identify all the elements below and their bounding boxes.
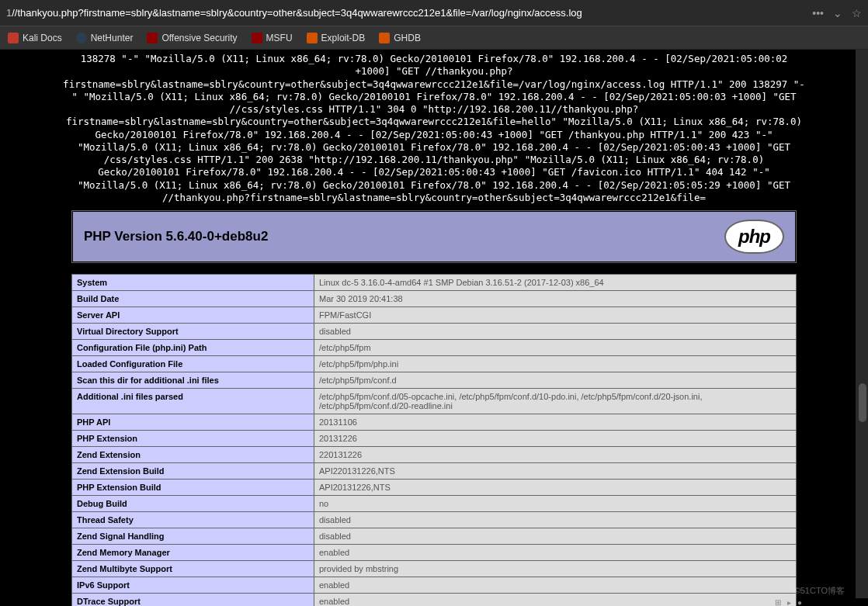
config-value: provided by mbstring: [314, 561, 797, 577]
config-value: disabled: [314, 512, 797, 528]
config-key: PHP Extension: [72, 431, 314, 447]
table-row: PHP Extension BuildAPI20131226,NTS: [72, 480, 797, 496]
table-row: Zend Extension BuildAPI220131226,NTS: [72, 463, 797, 480]
indicator-icon: ▸: [787, 598, 791, 607]
url-input[interactable]: 1//thankyou.php?firstname=sblry&lastname…: [6, 7, 812, 19]
config-key: Zend Memory Manager: [72, 545, 314, 561]
config-key: Build Date: [72, 291, 314, 307]
php-logo: php: [724, 220, 784, 254]
config-key: PHP API: [72, 414, 314, 431]
phpinfo-header-box: PHP Version 5.6.40-0+deb8u2 php: [71, 210, 797, 263]
bookmark-label: Kali Docs: [23, 33, 62, 43]
config-value: /etc/php5/fpm/php.ini: [314, 356, 797, 372]
config-key: Zend Signal Handling: [72, 528, 314, 545]
phpinfo-table: SystemLinux dc-5 3.16.0-4-amd64 #1 SMP D…: [71, 274, 797, 606]
config-value: /etc/php5/fpm/conf.d: [314, 372, 797, 389]
access-log-output: 138278 "-" "Mozilla/5.0 (X11; Linux x86_…: [0, 50, 868, 210]
config-value: API220131226,NTS: [314, 463, 797, 480]
table-row: DTrace Supportenabled: [72, 594, 797, 607]
bookmark-offensive-security[interactable]: Offensive Security: [147, 33, 237, 43]
config-key: Zend Multibyte Support: [72, 561, 314, 577]
table-row: Thread Safetydisabled: [72, 512, 797, 528]
bookmark-label: NetHunter: [91, 33, 134, 43]
url-actions: ••• ⌄ ☆: [812, 7, 862, 19]
config-value: /etc/php5/fpm/conf.d/05-opcache.ini, /et…: [314, 389, 797, 414]
bookmarks-bar: Kali DocsNetHunterOffensive SecurityMSFU…: [0, 26, 868, 50]
url-bar: 1//thankyou.php?firstname=sblry&lastname…: [0, 0, 868, 26]
scrollbar-thumb[interactable]: [859, 383, 866, 422]
bookmark-icon: [379, 33, 390, 43]
bookmark-label: Offensive Security: [161, 33, 237, 43]
bookmark-label: Exploit-DB: [321, 33, 366, 43]
bookmark-icon: [8, 33, 19, 43]
table-row: Scan this dir for additional .ini files/…: [72, 372, 797, 389]
config-key: Thread Safety: [72, 512, 314, 528]
table-row: Additional .ini files parsed/etc/php5/fp…: [72, 389, 797, 414]
config-key: Server API: [72, 307, 314, 324]
table-row: Server APIFPM/FastCGI: [72, 307, 797, 324]
config-value: 20131226: [314, 431, 797, 447]
bookmark-kali-docs[interactable]: Kali Docs: [8, 33, 62, 43]
php-version-title: PHP Version 5.6.40-0+deb8u2: [84, 229, 268, 244]
table-row: PHP API20131106: [72, 414, 797, 431]
table-row: PHP Extension20131226: [72, 431, 797, 447]
star-icon[interactable]: ☆: [852, 7, 862, 19]
table-row: Build DateMar 30 2019 20:41:38: [72, 291, 797, 307]
config-value: 20131106: [314, 414, 797, 431]
table-row: Zend Multibyte Supportprovided by mbstri…: [72, 561, 797, 577]
config-value: Linux dc-5 3.16.0-4-amd64 #1 SMP Debian …: [314, 275, 797, 291]
table-row: Debug Buildno: [72, 496, 797, 512]
indicator-dot: ●: [797, 598, 802, 607]
bookmark-icon: [76, 33, 87, 43]
table-row: Zend Extension220131226: [72, 447, 797, 463]
table-row: Configuration File (php.ini) Path/etc/ph…: [72, 340, 797, 356]
page-content: 138278 "-" "Mozilla/5.0 (X11; Linux x86_…: [0, 50, 868, 606]
pocket-icon[interactable]: ⌄: [833, 7, 842, 19]
config-value: Mar 30 2019 20:41:38: [314, 291, 797, 307]
bookmark-label: GHDB: [394, 33, 421, 43]
table-row: Zend Memory Managerenabled: [72, 545, 797, 561]
more-icon[interactable]: •••: [812, 7, 824, 19]
config-value: FPM/FastCGI: [314, 307, 797, 324]
config-key: Debug Build: [72, 496, 314, 512]
bookmark-ghdb[interactable]: GHDB: [379, 33, 421, 43]
config-value: enabled: [314, 545, 797, 561]
scrollbar-track[interactable]: [856, 50, 868, 598]
config-value: disabled: [314, 324, 797, 340]
config-key: Configuration File (php.ini) Path: [72, 340, 314, 356]
config-key: DTrace Support: [72, 594, 314, 607]
config-key: Virtual Directory Support: [72, 324, 314, 340]
table-row: SystemLinux dc-5 3.16.0-4-amd64 #1 SMP D…: [72, 275, 797, 291]
bookmark-icon: [252, 33, 262, 43]
taskbar-indicator: ⊞ ▸ ●: [775, 598, 868, 606]
bookmark-icon: [147, 33, 158, 43]
bookmark-msfu[interactable]: MSFU: [252, 33, 293, 43]
indicator-icon: ⊞: [775, 598, 781, 607]
config-value: enabled: [314, 594, 797, 607]
config-value: no: [314, 496, 797, 512]
config-key: Loaded Configuration File: [72, 356, 314, 372]
table-row: IPv6 Supportenabled: [72, 577, 797, 594]
config-key: PHP Extension Build: [72, 480, 314, 496]
bookmark-label: MSFU: [266, 33, 293, 43]
table-row: Zend Signal Handlingdisabled: [72, 528, 797, 545]
config-value: /etc/php5/fpm: [314, 340, 797, 356]
php-logo-text: php: [738, 226, 770, 248]
config-value: API20131226,NTS: [314, 480, 797, 496]
table-row: Virtual Directory Supportdisabled: [72, 324, 797, 340]
config-key: Zend Extension Build: [72, 463, 314, 480]
bookmark-icon: [307, 33, 318, 43]
config-key: Scan this dir for additional .ini files: [72, 372, 314, 389]
config-key: Zend Extension: [72, 447, 314, 463]
config-key: IPv6 Support: [72, 577, 314, 594]
config-value: enabled: [314, 577, 797, 594]
bookmark-nethunter[interactable]: NetHunter: [76, 33, 134, 43]
config-key: System: [72, 275, 314, 291]
config-value: disabled: [314, 528, 797, 545]
url-path: //thankyou.php?firstname=sblry&lastname=…: [12, 7, 582, 19]
config-value: 220131226: [314, 447, 797, 463]
bookmark-exploit-db[interactable]: Exploit-DB: [307, 33, 366, 43]
table-row: Loaded Configuration File/etc/php5/fpm/p…: [72, 356, 797, 372]
phpinfo-header: PHP Version 5.6.40-0+deb8u2 php: [72, 211, 796, 262]
config-key: Additional .ini files parsed: [72, 389, 314, 414]
